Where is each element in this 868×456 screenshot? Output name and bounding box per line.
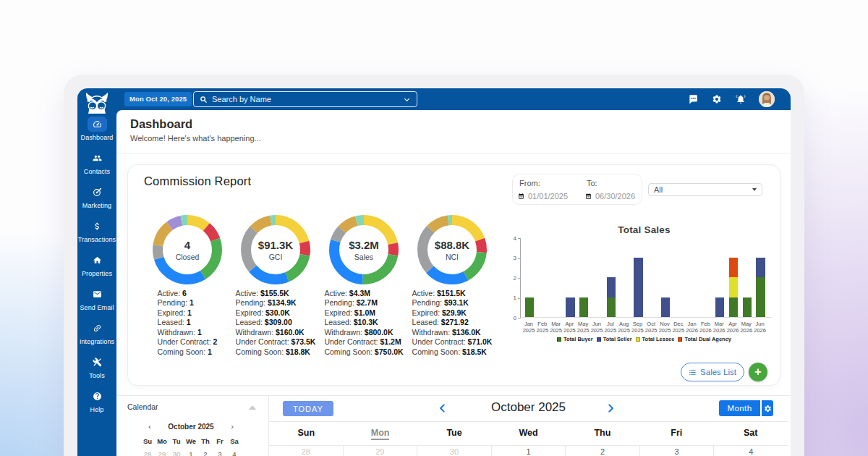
sidebar-item-label: Tools [89, 372, 105, 379]
mini-day-header: Fr [213, 435, 227, 447]
calendar-date-number: 3 [640, 447, 714, 456]
mini-next-month-button[interactable]: › [231, 422, 234, 431]
sidebar-item-label: Integrations [80, 338, 114, 345]
stat-line: Withdrawn: $160.0K [236, 328, 316, 337]
sidebar-item-label: Properties [82, 270, 112, 277]
mini-day-header: Th [198, 435, 213, 447]
calendar-day-header-tue: Tue [417, 422, 491, 445]
stat-line: Withdrawn: 1 [158, 328, 218, 337]
calendar-cell[interactable]: 1 [492, 446, 566, 456]
date-range-box: From: 01/01/2025 To: 06/30/2026 [512, 174, 642, 205]
sidebar-item-label: Contacts [84, 168, 110, 175]
to-label: To: [587, 179, 597, 187]
stat-line: Coming Soon: $18.5K [412, 347, 493, 357]
mini-date-cell[interactable]: 3 [213, 448, 227, 456]
current-date-chip[interactable]: Mon Oct 20, 2025 [124, 92, 192, 106]
mini-date-cell[interactable]: 1 [184, 448, 198, 456]
search-input[interactable]: Search by Name [193, 91, 417, 107]
stat-line: Under Contract: $73.5K [236, 337, 316, 347]
commission-donut-closed: 4ClosedActive: 6Pending: 1Expired: 1Leas… [143, 215, 231, 358]
month-view-button[interactable]: Month [719, 400, 760, 416]
legend-swatch [636, 337, 640, 342]
sidebar-item-properties[interactable]: Properties [77, 252, 116, 284]
mini-date-cell[interactable]: 28 [140, 448, 155, 456]
sidebar-item-contacts[interactable]: Contacts [77, 150, 116, 182]
calendar-cell[interactable]: 4 [714, 446, 788, 456]
stat-line: Under Contract: $71.0K [412, 337, 493, 347]
stat-line: Pending: 1 [158, 298, 218, 308]
to-date-field[interactable]: 06/30/2026 [585, 192, 635, 200]
calendar-icon [585, 193, 592, 200]
calendar-cell[interactable]: 30 [417, 446, 492, 456]
sidebar-item-dashboard[interactable]: Dashboard [77, 116, 116, 148]
gear-icon[interactable] [712, 94, 722, 104]
search-icon [200, 96, 208, 104]
sidebar-item-label: Transactions [78, 236, 116, 243]
user-avatar[interactable] [759, 91, 775, 107]
stat-line: Leased: $309.00 [236, 318, 316, 327]
sidebar-item-marketing[interactable]: Marketing [77, 184, 116, 216]
search-placeholder: Search by Name [212, 95, 403, 104]
stat-line: Expired: $29.9K [412, 308, 493, 318]
dashboard-gauge-icon [93, 119, 102, 129]
donut-value: $3.2M [349, 239, 379, 251]
sidebar-item-send-email[interactable]: Send Email [77, 286, 116, 318]
bar-segment [607, 297, 616, 318]
mini-day-header: Su [140, 435, 155, 447]
main-content: Dashboard Welcome! Here's what's happeni… [116, 110, 791, 456]
mini-date-cell[interactable]: 4 [227, 448, 242, 456]
bar-segment [756, 258, 765, 278]
add-sale-button[interactable]: + [749, 363, 767, 381]
y-axis-tick [518, 258, 521, 259]
stat-line: Expired: $30.0K [236, 308, 316, 318]
legend-item: Total Lessee [636, 336, 675, 342]
mini-date-cell[interactable]: 30 [169, 448, 184, 456]
sidebar-item-transactions[interactable]: Transactions [77, 218, 116, 250]
stat-line: Leased: $271.92 [412, 318, 493, 327]
calendar-day-header-wed: Wed [491, 422, 565, 445]
calendar-date-number: 29 [344, 447, 417, 456]
sidebar-item-integrations[interactable]: Integrations [77, 320, 116, 352]
stat-line: Expired: 1 [158, 308, 218, 318]
collapse-panel-icon[interactable] [249, 405, 256, 410]
bar-segment [634, 258, 643, 318]
sales-list-button[interactable]: Sales List [681, 363, 744, 381]
calendar-cell[interactable]: 3 [640, 446, 715, 456]
bell-icon[interactable] [736, 94, 746, 104]
stat-line: Pending: $2.7M [324, 298, 403, 308]
status-filter-select[interactable]: All [648, 183, 762, 196]
donut-label: Sales [354, 253, 373, 261]
stat-line: Under Contract: 2 [158, 337, 218, 347]
y-axis-tick-label: 2 [508, 275, 516, 282]
donut-stats: Active: $4.3MPending: $2.7MExpired: $1.0… [324, 289, 403, 357]
y-axis-tick [518, 318, 521, 318]
donut-chart: $91.3KGCI [241, 215, 310, 284]
donut-value: $91.3K [258, 239, 293, 251]
next-month-button[interactable] [605, 400, 616, 416]
x-axis-tick-label: Jun2026 [751, 321, 770, 334]
calendar-cell[interactable]: 28 [269, 446, 344, 456]
donut-stats: Active: 6Pending: 1Expired: 1Leased: 1Wi… [158, 289, 218, 357]
caret-down-icon [752, 188, 757, 191]
calendar-toolbar: TODAY October 2025 Month [269, 395, 788, 422]
app-window: DashboardContactsMarketingTransactionsPr… [77, 88, 791, 456]
commission-report-title: Commission Report [144, 174, 251, 188]
from-date-field[interactable]: 01/01/2025 [518, 192, 568, 200]
calendar-cell[interactable]: 2 [566, 446, 640, 456]
legend-swatch [557, 337, 561, 342]
commission-donut-sales: $3.2MSalesActive: $4.3MPending: $2.7MExp… [320, 215, 408, 358]
mini-date-cell[interactable]: 2 [198, 448, 213, 456]
calendar-settings-button[interactable] [762, 400, 773, 416]
donut-value: 4 [184, 239, 190, 251]
sidebar-item-tools[interactable]: Tools [77, 354, 116, 387]
y-axis-tick [518, 298, 521, 299]
chat-icon[interactable] [688, 94, 698, 104]
bar-segment [729, 277, 739, 297]
stat-line: Coming Soon: 1 [158, 347, 218, 357]
calendar-date-number: 4 [714, 447, 788, 456]
calendar-cell[interactable]: 29 [344, 446, 418, 456]
sidebar-item-help[interactable]: Help [77, 388, 116, 421]
properties-house-icon [93, 256, 102, 265]
calendar-date-number: 2 [566, 447, 639, 456]
mini-date-cell[interactable]: 29 [155, 448, 169, 456]
